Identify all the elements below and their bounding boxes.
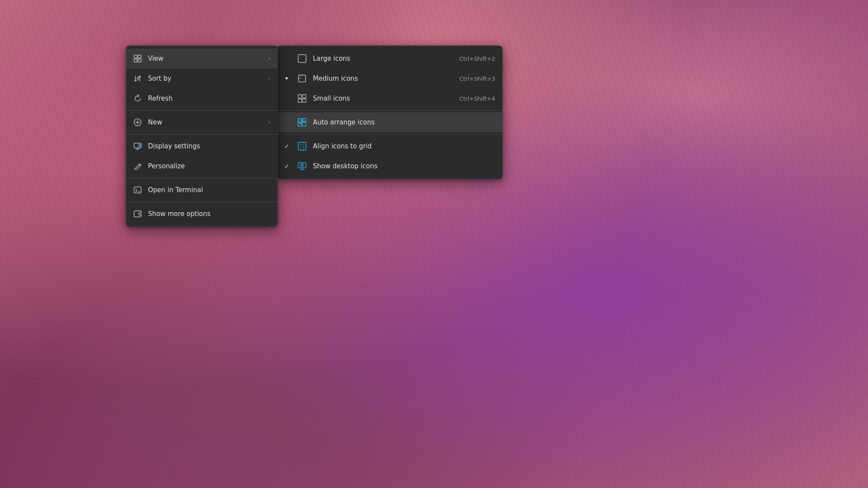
refresh-icon [133, 94, 142, 103]
menu-item-show-more[interactable]: Show more options [126, 204, 277, 224]
auto-arrange-label: Auto arrange icons [313, 118, 495, 126]
align-grid-label: Align icons to grid [313, 142, 495, 150]
large-icons-label: Large icons [313, 55, 453, 62]
medium-icons-dot: • [284, 75, 291, 82]
menu-item-show-more-label: Show more options [148, 210, 270, 218]
svg-rect-11 [299, 75, 302, 78]
menu-item-view-label: View [148, 55, 262, 62]
divider-4 [126, 202, 277, 202]
new-icon [133, 118, 142, 127]
sub-divider-1 [277, 110, 502, 111]
submenu-show-desktop[interactable]: ✓ Show desktop icons [277, 156, 502, 176]
small-icons-icon [297, 94, 307, 103]
svg-rect-2 [134, 59, 137, 62]
sort-arrow-icon: › [268, 75, 270, 82]
menu-item-new-label: New [148, 118, 262, 126]
menu-item-sort[interactable]: Sort by › [126, 69, 277, 88]
menu-item-display-settings-label: Display settings [148, 142, 270, 150]
svg-rect-17 [303, 118, 306, 121]
view-submenu: Large icons Ctrl+Shift+2 • Medium icons … [277, 46, 503, 179]
svg-rect-0 [134, 55, 137, 58]
divider-1 [126, 110, 277, 111]
menu-item-personalize-label: Personalize [148, 162, 270, 170]
svg-rect-12 [298, 95, 302, 98]
show-desktop-check: ✓ [284, 163, 291, 170]
divider-3 [126, 178, 277, 178]
context-menu: View › Sort by › Refresh [126, 46, 278, 227]
large-icons-shortcut: Ctrl+Shift+2 [459, 56, 495, 62]
display-settings-icon [133, 142, 142, 151]
submenu-large-icons[interactable]: Large icons Ctrl+Shift+2 [277, 49, 502, 69]
svg-rect-14 [298, 99, 302, 102]
svg-rect-19 [302, 122, 306, 126]
menu-item-sort-label: Sort by [148, 75, 262, 82]
align-grid-icon [297, 141, 307, 151]
submenu-medium-icons[interactable]: • Medium icons Ctrl+Shift+3 [277, 69, 502, 88]
terminal-icon [133, 186, 142, 194]
show-more-icon [133, 210, 142, 218]
menu-item-refresh[interactable]: Refresh [126, 88, 277, 108]
medium-icons-label: Medium icons [313, 75, 453, 82]
align-grid-check: ✓ [284, 143, 291, 150]
submenu-auto-arrange[interactable]: Auto arrange icons [277, 112, 502, 132]
medium-icons-shortcut: Ctrl+Shift+3 [459, 75, 495, 82]
submenu-small-icons[interactable]: Small icons Ctrl+Shift+4 [277, 88, 502, 108]
small-icons-shortcut: Ctrl+Shift+4 [459, 95, 495, 102]
svg-rect-18 [298, 123, 301, 126]
sub-divider-2 [277, 134, 502, 134]
svg-rect-1 [138, 55, 141, 58]
svg-rect-20 [298, 142, 306, 150]
auto-arrange-icon [297, 118, 307, 127]
new-arrow-icon: › [268, 119, 270, 125]
svg-rect-3 [138, 59, 141, 62]
menu-item-terminal[interactable]: Open in Terminal [126, 180, 277, 200]
small-icons-label: Small icons [313, 95, 453, 102]
menu-item-personalize[interactable]: Personalize [126, 156, 277, 176]
svg-rect-15 [302, 99, 306, 102]
sort-icon [133, 74, 142, 83]
menu-item-refresh-label: Refresh [148, 95, 270, 102]
divider-2 [126, 134, 277, 134]
svg-rect-10 [299, 75, 306, 82]
menu-item-new[interactable]: New › [126, 112, 277, 132]
svg-rect-9 [298, 55, 306, 62]
svg-rect-13 [302, 95, 306, 98]
submenu-align-grid[interactable]: ✓ Align icons to grid [277, 136, 502, 156]
context-menu-container: View › Sort by › Refresh [126, 46, 503, 227]
view-icon [133, 54, 142, 63]
menu-item-display-settings[interactable]: Display settings [126, 136, 277, 156]
svg-rect-7 [134, 187, 141, 193]
show-desktop-icon [297, 161, 307, 171]
medium-icons-icon [297, 74, 307, 83]
menu-item-view[interactable]: View › [126, 49, 277, 69]
view-arrow-icon: › [268, 56, 270, 62]
svg-rect-5 [134, 143, 141, 148]
large-icons-icon [297, 54, 307, 63]
menu-item-terminal-label: Open in Terminal [148, 186, 270, 194]
show-desktop-label: Show desktop icons [313, 162, 495, 170]
personalize-icon [133, 162, 142, 170]
svg-rect-8 [134, 211, 141, 217]
svg-point-26 [301, 164, 303, 167]
